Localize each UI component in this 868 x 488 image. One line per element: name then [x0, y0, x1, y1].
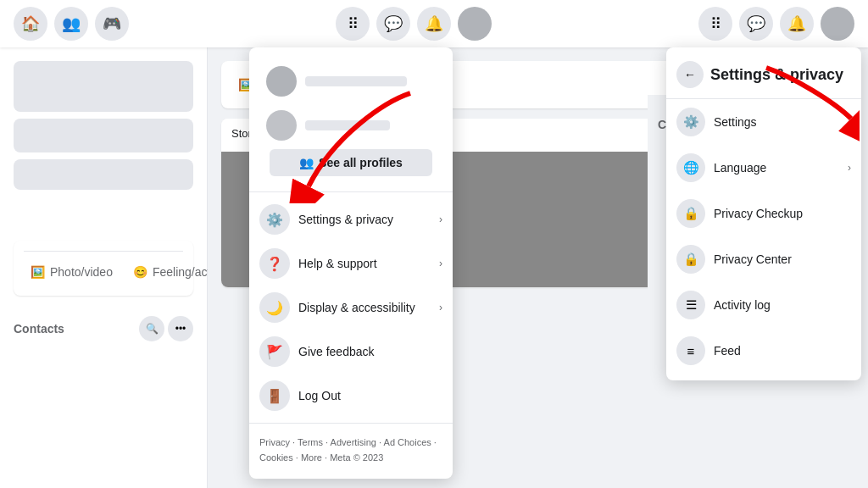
language-icon: 🌐	[676, 153, 705, 182]
settings-item-privacy-checkup[interactable]: 🔒 Privacy Checkup	[666, 191, 861, 236]
privacy-link[interactable]: Privacy	[259, 437, 290, 447]
dropdown-item-display[interactable]: 🌙 Display & accessibility ›	[249, 286, 453, 330]
terms-link[interactable]: Terms	[298, 437, 323, 447]
profile-name-1	[305, 76, 407, 86]
privacy-checkup-icon: 🔒	[676, 199, 705, 228]
privacy-center-icon: 🔒	[676, 245, 705, 274]
settings-item-feed-label: Feed	[714, 344, 741, 358]
dropdown-item-feedback-left: 🚩 Give feedback	[259, 336, 375, 367]
help-icon: ❓	[259, 248, 290, 279]
settings-privacy-icon: ⚙️	[259, 204, 290, 235]
profiles-icon: 👥	[299, 156, 314, 169]
apps-icon[interactable]: ⠿	[336, 7, 370, 41]
dropdown-item-feedback[interactable]: 🚩 Give feedback	[249, 330, 453, 374]
settings-item-feed[interactable]: ≡ Feed	[666, 328, 861, 374]
settings-item-language-left: 🌐 Language	[676, 153, 766, 182]
language-chevron: ›	[848, 162, 851, 174]
feedback-icon: 🚩	[259, 336, 290, 367]
profile-avatar-1	[266, 66, 297, 97]
settings-item-privacy-center-label: Privacy Center	[714, 252, 792, 266]
settings-item-settings-left: ⚙️ Settings	[676, 108, 757, 136]
settings-item-privacy-checkup-left: 🔒 Privacy Checkup	[676, 199, 803, 228]
settings-item-activity-log-label: Activity log	[714, 298, 771, 312]
settings-item-activity-log-left: ☰ Activity log	[676, 291, 771, 319]
help-label: Help & support	[298, 257, 377, 270]
dropdown-item-logout-left: 🚪 Log Out	[259, 380, 341, 411]
help-chevron: ›	[439, 258, 442, 269]
see-all-profiles-label: See all profiles	[319, 156, 403, 169]
messenger-icon-right[interactable]: 💬	[739, 7, 773, 41]
profile-info-2	[305, 120, 390, 130]
settings-privacy-chevron: ›	[439, 214, 442, 225]
settings-item-language-label: Language	[714, 161, 766, 175]
dropdown-item-help-left: ❓ Help & support	[259, 248, 377, 279]
friends-icon[interactable]: 👥	[54, 7, 88, 41]
settings-title: Settings & privacy	[710, 66, 843, 84]
nav-left: 🏠 👥 🎮	[14, 7, 129, 41]
gaming-icon[interactable]: 🎮	[95, 7, 129, 41]
dropdown-menu: 👥 See all profiles ⚙️ Settings & privacy…	[249, 47, 453, 479]
profile-section: 👥 See all profiles	[249, 54, 453, 186]
notifications-icon-right[interactable]: 🔔	[780, 7, 814, 41]
nav-center: ⠿ 💬 🔔	[336, 7, 492, 41]
see-all-profiles-button[interactable]: 👥 See all profiles	[270, 149, 432, 176]
profile-item-2[interactable]	[259, 105, 442, 146]
settings-item-activity-log[interactable]: ☰ Activity log	[666, 282, 861, 328]
profile-info-1	[305, 76, 407, 86]
dropdown-overlay: 👥 See all profiles ⚙️ Settings & privacy…	[0, 47, 868, 488]
profile-avatar-2	[266, 110, 297, 141]
profile-avatar-right[interactable]	[821, 7, 854, 41]
dropdown-divider-1	[249, 191, 453, 192]
dropdown-item-help[interactable]: ❓ Help & support ›	[249, 241, 453, 286]
more-link[interactable]: More	[301, 452, 322, 463]
display-icon: 🌙	[259, 292, 290, 323]
dropdown-item-settings-privacy[interactable]: ⚙️ Settings & privacy ›	[249, 197, 453, 241]
settings-item-privacy-checkup-label: Privacy Checkup	[714, 207, 803, 220]
dropdown-divider-2	[249, 423, 453, 424]
nav-right: ⠿ 💬 🔔	[698, 7, 854, 41]
settings-item-settings[interactable]: ⚙️ Settings	[666, 99, 861, 145]
settings-privacy-label: Settings & privacy	[298, 213, 393, 226]
dropdown-item-settings-left: ⚙️ Settings & privacy	[259, 204, 393, 235]
settings-panel: ← Settings & privacy ⚙️ Settings 🌐 Langu…	[666, 47, 861, 380]
settings-item-settings-label: Settings	[714, 115, 757, 129]
settings-item-language[interactable]: 🌐 Language ›	[666, 145, 861, 191]
apps-icon-right[interactable]: ⠿	[698, 7, 732, 41]
dropdown-item-display-left: 🌙 Display & accessibility	[259, 292, 415, 323]
feed-icon: ≡	[676, 336, 705, 365]
profile-item-1[interactable]	[259, 61, 442, 102]
display-label: Display & accessibility	[298, 301, 415, 314]
profile-name-2	[305, 120, 390, 130]
notifications-icon[interactable]: 🔔	[417, 7, 451, 41]
activity-log-icon: ☰	[676, 291, 705, 319]
home-icon[interactable]: 🏠	[14, 7, 47, 41]
profile-avatar[interactable]	[458, 7, 492, 41]
logout-icon: 🚪	[259, 380, 290, 411]
ad-choices-link[interactable]: Ad Choices	[384, 437, 431, 447]
dropdown-footer: Privacy · Terms · Advertising · Ad Choic…	[249, 429, 453, 472]
dropdown-item-logout[interactable]: 🚪 Log Out	[249, 374, 453, 418]
advertising-link[interactable]: Advertising	[331, 437, 376, 447]
settings-item-feed-left: ≡ Feed	[676, 336, 741, 365]
settings-item-privacy-center-left: 🔒 Privacy Center	[676, 245, 792, 274]
cookies-link[interactable]: Cookies	[259, 452, 293, 463]
logout-label: Log Out	[298, 389, 341, 402]
feedback-label: Give feedback	[298, 345, 375, 358]
settings-item-privacy-center[interactable]: 🔒 Privacy Center	[666, 236, 861, 282]
messenger-icon[interactable]: 💬	[376, 7, 410, 41]
settings-back-button[interactable]: ←	[676, 61, 704, 88]
settings-header: ← Settings & privacy	[666, 54, 861, 99]
settings-icon: ⚙️	[676, 108, 705, 136]
display-chevron: ›	[439, 302, 442, 313]
top-nav: 🏠 👥 🎮 ⠿ 💬 🔔 ⠿ 💬 🔔	[0, 0, 868, 47]
